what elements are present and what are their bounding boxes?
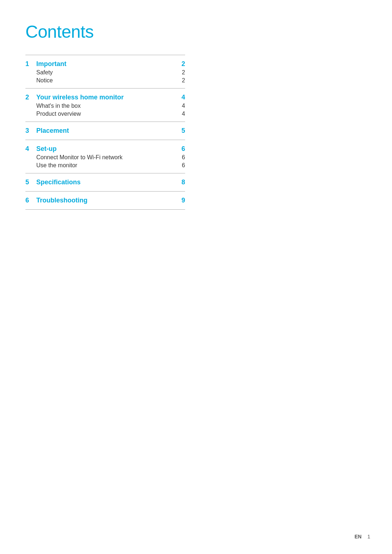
toc-sub-title-4-1: Use the monitor — [36, 162, 174, 169]
toc-number-3: 3 — [25, 127, 36, 135]
toc-sub-page-1-1: 2 — [174, 77, 185, 84]
footer-language: EN — [355, 534, 362, 539]
toc-main-row-6[interactable]: 6Troubleshooting9 — [25, 192, 185, 206]
table-of-contents: 1Important2Safety2Notice22Your wireless … — [25, 55, 185, 210]
toc-title-5: Specifications — [36, 178, 174, 186]
toc-number-5: 5 — [25, 178, 36, 186]
toc-sub-title-1-0: Safety — [36, 69, 174, 76]
toc-title-6: Troubleshooting — [36, 197, 174, 204]
toc-sub-page-2-1: 4 — [174, 111, 185, 117]
toc-main-row-2[interactable]: 2Your wireless home monitor4 — [25, 89, 185, 102]
page-container: Contents 1Important2Safety2Notice22Your … — [0, 0, 211, 231]
toc-number-6: 6 — [25, 197, 36, 204]
toc-title-3: Placement — [36, 127, 174, 135]
footer-page-number: 1 — [367, 534, 370, 539]
toc-page-3: 5 — [174, 127, 185, 135]
toc-sub-row-4-0[interactable]: Connect Monitor to Wi-Fi network6 — [25, 153, 185, 161]
toc-main-row-5[interactable]: 5Specifications8 — [25, 173, 185, 188]
toc-number-4: 4 — [25, 145, 36, 153]
toc-sub-title-1-1: Notice — [36, 77, 174, 84]
toc-section-1: 1Important2Safety2Notice2 — [25, 55, 185, 88]
toc-section-3: 3Placement5 — [25, 122, 185, 140]
toc-title-1: Important — [36, 60, 174, 68]
toc-sub-row-1-0[interactable]: Safety2 — [25, 69, 185, 77]
toc-sub-row-2-0[interactable]: What's in the box4 — [25, 102, 185, 110]
toc-main-row-3[interactable]: 3Placement5 — [25, 122, 185, 136]
toc-number-2: 2 — [25, 94, 36, 101]
toc-page-5: 8 — [174, 178, 185, 186]
toc-sub-title-2-1: Product overview — [36, 111, 174, 117]
toc-title-4: Set-up — [36, 145, 174, 153]
toc-sub-title-4-0: Connect Monitor to Wi-Fi network — [36, 154, 174, 161]
toc-page-2: 4 — [174, 94, 185, 101]
toc-section-2: 2Your wireless home monitor4What's in th… — [25, 88, 185, 122]
toc-sub-page-4-0: 6 — [174, 154, 185, 161]
toc-page-1: 2 — [174, 60, 185, 68]
toc-sub-row-1-1[interactable]: Notice2 — [25, 77, 185, 85]
toc-sub-title-2-0: What's in the box — [36, 103, 174, 109]
toc-page-4: 6 — [174, 145, 185, 153]
toc-section-6: 6Troubleshooting9 — [25, 191, 185, 210]
toc-sub-page-1-0: 2 — [174, 69, 185, 76]
toc-section-5: 5Specifications8 — [25, 173, 185, 191]
toc-page-6: 9 — [174, 197, 185, 204]
toc-main-row-1[interactable]: 1Important2 — [25, 55, 185, 69]
toc-sub-page-2-0: 4 — [174, 103, 185, 109]
toc-title-2: Your wireless home monitor — [36, 94, 174, 101]
toc-number-1: 1 — [25, 60, 36, 68]
page-footer: EN 1 — [355, 534, 370, 539]
toc-sub-page-4-1: 6 — [174, 162, 185, 169]
toc-sub-row-2-1[interactable]: Product overview4 — [25, 110, 185, 118]
toc-sub-row-4-1[interactable]: Use the monitor6 — [25, 161, 185, 169]
toc-main-row-4[interactable]: 4Set-up6 — [25, 140, 185, 153]
toc-section-4: 4Set-up6Connect Monitor to Wi-Fi network… — [25, 140, 185, 173]
page-title: Contents — [25, 22, 185, 42]
